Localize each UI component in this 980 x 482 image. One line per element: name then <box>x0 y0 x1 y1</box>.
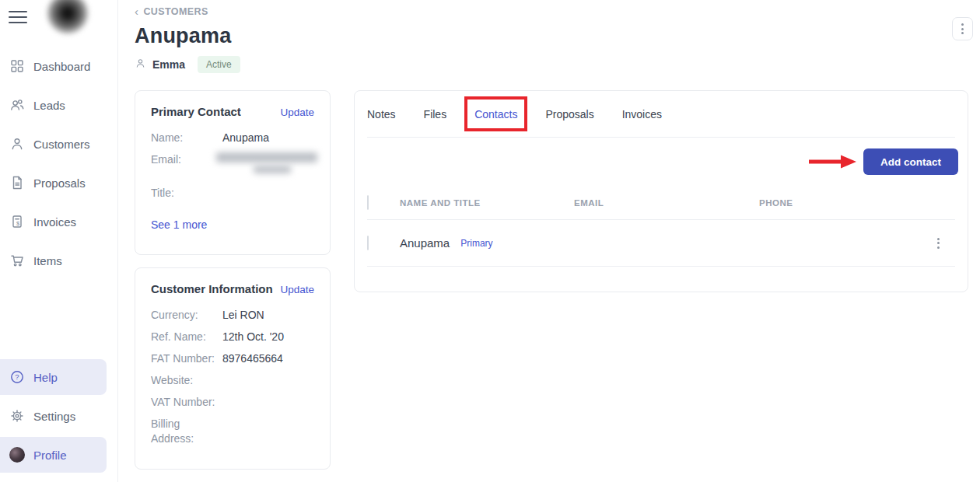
breadcrumb-customers[interactable]: ‹ CUSTOMERS <box>135 6 968 17</box>
row-actions-button[interactable] <box>921 238 955 249</box>
sidebar-bottom-nav: ? Help Settings Profile <box>0 359 118 476</box>
svg-text:$: $ <box>16 220 20 227</box>
person-icon <box>135 58 146 72</box>
app-logo <box>47 0 89 34</box>
sidebar-item-label: Items <box>33 254 62 267</box>
see-more-link[interactable]: See 1 more <box>151 218 207 231</box>
sidebar: Dashboard Leads Customers Proposals <box>0 0 118 482</box>
status-badge: Active <box>198 56 240 73</box>
kebab-icon <box>961 23 964 34</box>
page-title: Anupama <box>135 24 968 48</box>
sidebar-item-proposals[interactable]: Proposals <box>0 163 117 202</box>
field-billing-address: Billing Address: <box>151 417 314 446</box>
sidebar-item-items[interactable]: Items <box>0 241 117 280</box>
customer-info-card: Customer Information Update Currency: Le… <box>135 267 331 470</box>
proposals-icon <box>9 175 25 190</box>
field-currency: Currency: Lei RON <box>151 308 314 323</box>
field-ref-name: Ref. Name: 12th Oct. '20 <box>151 330 314 344</box>
contacts-table: NAME AND TITLE EMAIL PHONE Anupama Prima… <box>367 186 955 267</box>
svg-text:?: ? <box>15 372 19 381</box>
select-all-checkbox[interactable] <box>367 195 369 210</box>
primary-badge[interactable]: Primary <box>460 238 492 249</box>
sidebar-item-label: Dashboard <box>33 60 90 73</box>
sidebar-item-label: Proposals <box>33 176 86 190</box>
sidebar-item-label: Leads <box>33 99 65 112</box>
primary-contact-card: Primary Contact Update Name: Anupama Ema… <box>135 90 331 255</box>
profile-avatar <box>9 447 25 463</box>
sidebar-item-leads[interactable]: Leads <box>0 86 117 124</box>
table-header-row: NAME AND TITLE EMAIL PHONE <box>367 186 955 220</box>
sidebar-item-label: Profile <box>33 449 67 462</box>
tab-contacts[interactable]: Contacts <box>474 108 517 120</box>
field-vat-number: VAT Number: <box>151 395 314 410</box>
sidebar-item-settings[interactable]: Settings <box>0 398 107 434</box>
sidebar-item-label: Settings <box>33 410 75 423</box>
items-icon <box>9 253 25 268</box>
sidebar-item-customers[interactable]: Customers <box>0 124 117 163</box>
field-title: Title: <box>151 186 314 201</box>
field-name: Name: Anupama <box>151 131 314 145</box>
tab-proposals[interactable]: Proposals <box>545 108 593 120</box>
col-header-email: EMAIL <box>574 198 759 208</box>
settings-icon <box>9 408 25 424</box>
left-column: Primary Contact Update Name: Anupama Ema… <box>135 90 331 470</box>
contact-name: Anupama <box>400 236 450 250</box>
add-contact-button[interactable]: Add contact <box>863 148 958 175</box>
primary-contact-title: Primary Contact <box>151 105 241 118</box>
field-name-value: Anupama <box>222 131 269 145</box>
app-window: Dashboard Leads Customers Proposals <box>0 0 980 482</box>
panel-toolbar: Add contact <box>355 138 968 186</box>
col-header-phone: PHONE <box>759 198 921 208</box>
field-website: Website: <box>151 373 314 388</box>
tab-invoices[interactable]: Invoices <box>622 108 662 120</box>
sidebar-item-profile[interactable]: Profile <box>0 437 107 473</box>
sidebar-item-label: Invoices <box>33 215 76 229</box>
update-primary-contact-link[interactable]: Update <box>280 107 314 118</box>
annotation-arrow <box>807 155 858 169</box>
redacted-email <box>222 152 317 173</box>
chevron-left-icon: ‹ <box>135 8 138 16</box>
customer-subheader: Emma Active <box>135 56 968 73</box>
field-fat-number: FAT Number: 8976465664 <box>151 351 314 366</box>
sidebar-item-label: Help <box>33 371 58 384</box>
invoices-icon: $ <box>9 214 25 229</box>
col-header-name: NAME AND TITLE <box>400 198 574 208</box>
contacts-panel: Notes Files Contacts Proposals Invoices … <box>354 90 968 292</box>
sidebar-nav: Dashboard Leads Customers Proposals <box>0 47 117 280</box>
update-customer-info-link[interactable]: Update <box>280 284 314 295</box>
content-area: Primary Contact Update Name: Anupama Ema… <box>135 90 968 470</box>
help-icon: ? <box>9 369 25 385</box>
breadcrumb-label: CUSTOMERS <box>143 6 208 17</box>
hamburger-menu-icon[interactable] <box>9 11 27 23</box>
kebab-icon <box>937 238 940 249</box>
sidebar-item-help[interactable]: ? Help <box>0 359 107 395</box>
row-checkbox[interactable] <box>367 236 369 250</box>
field-email: Email: <box>151 152 314 173</box>
sidebar-header <box>0 0 117 40</box>
tab-files[interactable]: Files <box>424 108 447 120</box>
leads-icon <box>9 97 25 113</box>
sidebar-item-label: Customers <box>33 138 90 151</box>
page-actions-button[interactable] <box>952 17 973 40</box>
main-content: ‹ CUSTOMERS Anupama Emma Active Primary … <box>118 0 980 482</box>
sidebar-item-dashboard[interactable]: Dashboard <box>0 47 117 86</box>
customer-info-title: Customer Information <box>151 282 273 295</box>
sidebar-item-invoices[interactable]: $ Invoices <box>0 202 117 241</box>
tab-bar: Notes Files Contacts Proposals Invoices <box>367 91 955 138</box>
customers-icon <box>9 136 25 152</box>
owner-name: Emma <box>152 58 185 71</box>
table-row: Anupama Primary <box>367 220 955 267</box>
tab-notes[interactable]: Notes <box>367 108 396 120</box>
dashboard-icon <box>9 58 25 74</box>
